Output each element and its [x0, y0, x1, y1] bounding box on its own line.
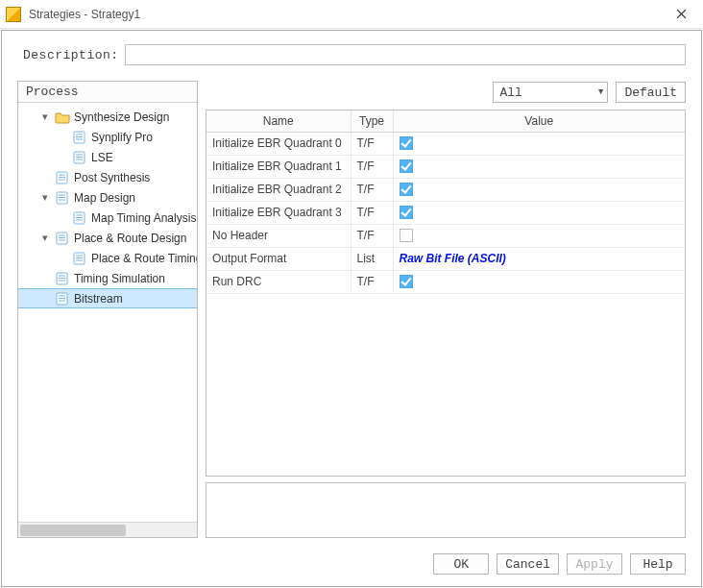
process-tree[interactable]: ▾Synthesize DesignSynplify ProLSEPost Sy… — [18, 103, 197, 312]
cell-value[interactable] — [393, 270, 685, 293]
table-row[interactable]: No HeaderT/F — [206, 224, 685, 247]
col-name-header[interactable]: Name — [206, 110, 351, 132]
table-row[interactable]: Initialize EBR Quadrant 0T/F — [206, 132, 685, 155]
main-split: Process ▾Synthesize DesignSynplify ProLS… — [17, 81, 686, 538]
tree-item-label: LSE — [91, 151, 113, 164]
checkbox[interactable] — [400, 183, 413, 196]
cell-value[interactable] — [393, 224, 685, 247]
table-row[interactable]: Initialize EBR Quadrant 1T/F — [206, 155, 685, 178]
process-panel: Process ▾Synthesize DesignSynplify ProLS… — [17, 81, 198, 538]
tree-item-label: Place & Route Design — [74, 232, 186, 245]
ok-button[interactable]: OK — [433, 553, 489, 575]
tree-item-label: Synthesize Design — [74, 110, 169, 124]
cell-value[interactable]: Raw Bit File (ASCII) — [393, 247, 685, 270]
default-button[interactable]: Default — [616, 82, 686, 103]
description-row: Description: — [2, 31, 701, 75]
cell-type: T/F — [351, 201, 393, 224]
app-icon — [6, 7, 21, 22]
tree-item[interactable]: Place & Route Timing — [18, 248, 197, 268]
cell-value[interactable] — [393, 155, 685, 178]
cell-name: Output Format — [206, 247, 351, 270]
cell-type: T/F — [351, 270, 393, 293]
filter-row: All ▼ Default — [206, 81, 686, 104]
cell-value[interactable] — [393, 201, 685, 224]
cell-value[interactable] — [393, 178, 685, 201]
tree-horizontal-scrollbar[interactable] — [18, 522, 197, 537]
tree-item[interactable]: ▾Synthesize Design — [18, 107, 197, 127]
tree-item-label: Map Timing Analysis — [91, 211, 196, 225]
tree-item-label: Post Synthesis — [74, 171, 150, 184]
help-button[interactable]: Help — [630, 553, 686, 575]
settings-panel: All ▼ Default Name Type Value — [206, 81, 686, 538]
grid-empty-area — [206, 294, 685, 477]
tree-item-label: Timing Simulation — [74, 272, 165, 285]
description-input[interactable] — [125, 44, 686, 65]
checkbox[interactable] — [400, 159, 413, 173]
page-icon — [55, 171, 70, 184]
page-icon — [55, 232, 70, 245]
tree-item[interactable]: Timing Simulation — [18, 268, 197, 288]
tree-item[interactable]: Post Synthesis — [18, 167, 197, 187]
page-icon — [55, 191, 70, 205]
tree-item[interactable]: Map Timing Analysis — [18, 208, 197, 228]
property-description-box — [206, 482, 686, 538]
close-button[interactable] — [659, 0, 703, 29]
tree-item[interactable]: ▾Place & Route Design — [18, 228, 197, 248]
twisty-icon[interactable]: ▾ — [39, 110, 51, 123]
cell-type: T/F — [351, 132, 393, 155]
process-header: Process — [18, 82, 197, 103]
col-value-header[interactable]: Value — [393, 110, 685, 132]
grid-header-row: Name Type Value — [206, 110, 685, 132]
cell-name: Initialize EBR Quadrant 2 — [206, 178, 351, 201]
table-row[interactable]: Run DRCT/F — [206, 270, 685, 293]
cell-name: Run DRC — [206, 270, 351, 293]
cell-type: List — [351, 247, 393, 270]
tree-item-label: Bitstream — [74, 292, 123, 306]
tree-item[interactable]: Synplify Pro — [18, 127, 197, 147]
description-label: Description: — [23, 48, 119, 62]
dialog-footer: OK Cancel Apply Help — [2, 542, 701, 586]
table-row[interactable]: Initialize EBR Quadrant 3T/F — [206, 201, 685, 224]
checkbox[interactable] — [400, 206, 413, 219]
table-row[interactable]: Initialize EBR Quadrant 2T/F — [206, 178, 685, 201]
cell-name: Initialize EBR Quadrant 1 — [206, 155, 351, 178]
table-row[interactable]: Output FormatListRaw Bit File (ASCII) — [206, 247, 685, 270]
twisty-icon[interactable]: ▾ — [39, 232, 51, 244]
cell-type: T/F — [351, 178, 393, 201]
folder-icon — [55, 110, 70, 124]
cell-name: No Header — [206, 224, 351, 247]
dialog-body: Description: Process ▾Synthesize DesignS… — [1, 30, 702, 587]
tree-item-label: Synplify Pro — [91, 131, 153, 144]
cancel-button[interactable]: Cancel — [497, 553, 559, 575]
cell-value[interactable] — [393, 132, 685, 155]
twisty-icon[interactable]: ▾ — [39, 191, 51, 204]
filter-value: All — [499, 86, 521, 100]
tree-item[interactable]: LSE — [18, 147, 197, 167]
tree-item-label: Place & Route Timing — [91, 252, 197, 265]
scrollbar-thumb[interactable] — [20, 525, 126, 536]
filter-combo[interactable]: All ▼ — [493, 82, 608, 103]
checkbox[interactable] — [400, 229, 413, 242]
cell-name: Initialize EBR Quadrant 3 — [206, 201, 351, 224]
col-type-header[interactable]: Type — [351, 110, 393, 132]
page-icon — [55, 292, 70, 306]
titlebar: Strategies - Strategy1 — [0, 0, 703, 29]
cell-type: T/F — [351, 155, 393, 178]
settings-grid[interactable]: Name Type Value Initialize EBR Quadrant … — [206, 110, 685, 294]
page-icon — [72, 131, 87, 144]
apply-button: Apply — [567, 553, 622, 575]
tree-item[interactable]: ▾Map Design — [18, 187, 197, 208]
process-tree-wrap: ▾Synthesize DesignSynplify ProLSEPost Sy… — [18, 103, 197, 522]
page-icon — [72, 252, 87, 265]
tree-item[interactable]: Bitstream — [18, 288, 197, 308]
tree-item-label: Map Design — [74, 191, 135, 205]
page-icon — [72, 211, 87, 225]
checkbox[interactable] — [400, 136, 413, 150]
value-text[interactable]: Raw Bit File (ASCII) — [400, 252, 506, 265]
settings-grid-wrap: Name Type Value Initialize EBR Quadrant … — [206, 110, 686, 477]
checkbox[interactable] — [400, 275, 413, 288]
page-icon — [72, 151, 87, 164]
cell-name: Initialize EBR Quadrant 0 — [206, 132, 351, 155]
window-title: Strategies - Strategy1 — [29, 8, 659, 21]
chevron-down-icon: ▼ — [598, 87, 603, 97]
